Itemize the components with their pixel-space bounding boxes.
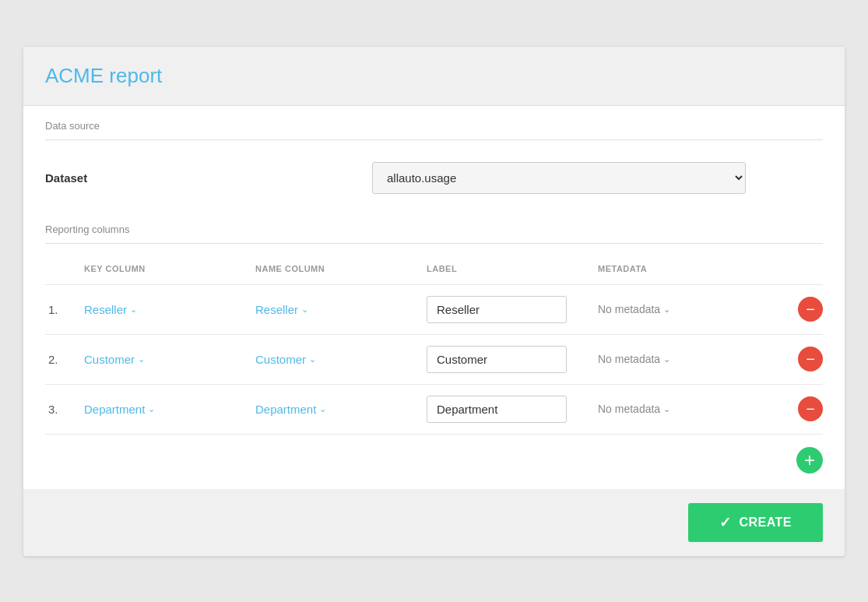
key-column-value-2: Customer: [84, 353, 135, 366]
create-button[interactable]: ✓ CREATE: [688, 503, 823, 542]
minus-icon: −: [806, 351, 815, 367]
reporting-columns-section-title: Reporting columns: [45, 209, 823, 244]
table-row: 1. Reseller ⌄ Reseller ⌄ No metadata ⌄ −: [45, 284, 823, 334]
check-icon: ✓: [719, 514, 732, 531]
chevron-down-icon: ⌄: [663, 305, 670, 315]
metadata-value-2: No metadata: [598, 353, 660, 365]
label-input-2[interactable]: [427, 346, 567, 373]
chevron-down-icon: ⌄: [130, 305, 137, 315]
name-column-dropdown-1[interactable]: Reseller ⌄: [255, 303, 427, 316]
add-row-button[interactable]: +: [796, 447, 823, 474]
key-column-dropdown-1[interactable]: Reseller ⌄: [84, 303, 255, 316]
remove-row-button-1[interactable]: −: [798, 297, 823, 322]
key-column-value-3: Department: [84, 403, 145, 416]
header-action: [784, 264, 823, 273]
dataset-select[interactable]: allauto.usage allauto.sales allauto.inve…: [372, 162, 746, 194]
name-column-dropdown-3[interactable]: Department ⌄: [255, 403, 427, 416]
key-column-value-1: Reseller: [84, 303, 127, 316]
chevron-down-icon: ⌄: [319, 404, 326, 414]
chevron-down-icon: ⌄: [309, 354, 316, 364]
dataset-select-wrapper[interactable]: allauto.usage allauto.sales allauto.inve…: [372, 162, 746, 194]
name-column-dropdown-2[interactable]: Customer ⌄: [255, 353, 427, 366]
remove-row-button-3[interactable]: −: [798, 396, 823, 421]
metadata-value-3: No metadata: [598, 403, 660, 415]
report-title: ACME report: [45, 64, 823, 88]
card-body: Data source Dataset allauto.usage allaut…: [23, 106, 845, 489]
label-input-1[interactable]: [427, 296, 567, 323]
header-name-column: NAME COLUMN: [255, 264, 427, 273]
metadata-dropdown-2[interactable]: No metadata ⌄: [598, 353, 784, 365]
create-label: CREATE: [739, 516, 792, 530]
add-row-area: +: [45, 434, 823, 489]
name-column-value-3: Department: [255, 403, 316, 416]
key-column-dropdown-2[interactable]: Customer ⌄: [84, 353, 255, 366]
row-num-3: 3.: [45, 403, 84, 416]
chevron-down-icon: ⌄: [663, 404, 670, 414]
table-row: 3. Department ⌄ Department ⌄ No metadata…: [45, 384, 823, 434]
chevron-down-icon: ⌄: [138, 354, 145, 364]
chevron-down-icon: ⌄: [148, 404, 155, 414]
dataset-row: Dataset allauto.usage allauto.sales alla…: [45, 154, 823, 209]
key-column-dropdown-3[interactable]: Department ⌄: [84, 403, 255, 416]
header-label: LABEL: [427, 264, 598, 273]
report-card: ACME report Data source Dataset allauto.…: [23, 47, 845, 556]
chevron-down-icon: ⌄: [663, 354, 670, 364]
columns-header: KEY COLUMN NAME COLUMN LABEL METADATA: [45, 258, 823, 280]
row-num-1: 1.: [45, 303, 84, 316]
metadata-dropdown-1[interactable]: No metadata ⌄: [598, 303, 784, 315]
metadata-dropdown-3[interactable]: No metadata ⌄: [598, 403, 784, 415]
header-key-column: KEY COLUMN: [84, 264, 255, 273]
label-input-3[interactable]: [427, 396, 567, 423]
card-footer: ✓ CREATE: [23, 489, 845, 556]
chevron-down-icon: ⌄: [301, 305, 308, 315]
header-metadata: METADATA: [598, 264, 784, 273]
minus-icon: −: [806, 401, 815, 417]
minus-icon: −: [806, 301, 815, 317]
header-num: [45, 264, 84, 273]
name-column-value-1: Reseller: [255, 303, 298, 316]
table-row: 2. Customer ⌄ Customer ⌄ No metadata ⌄ −: [45, 334, 823, 384]
name-column-value-2: Customer: [255, 353, 306, 366]
plus-icon: +: [804, 451, 815, 470]
row-num-2: 2.: [45, 353, 84, 366]
metadata-value-1: No metadata: [598, 303, 660, 315]
datasource-section-title: Data source: [45, 106, 823, 140]
remove-row-button-2[interactable]: −: [798, 347, 823, 371]
card-header: ACME report: [23, 47, 845, 106]
dataset-label: Dataset: [45, 171, 139, 185]
